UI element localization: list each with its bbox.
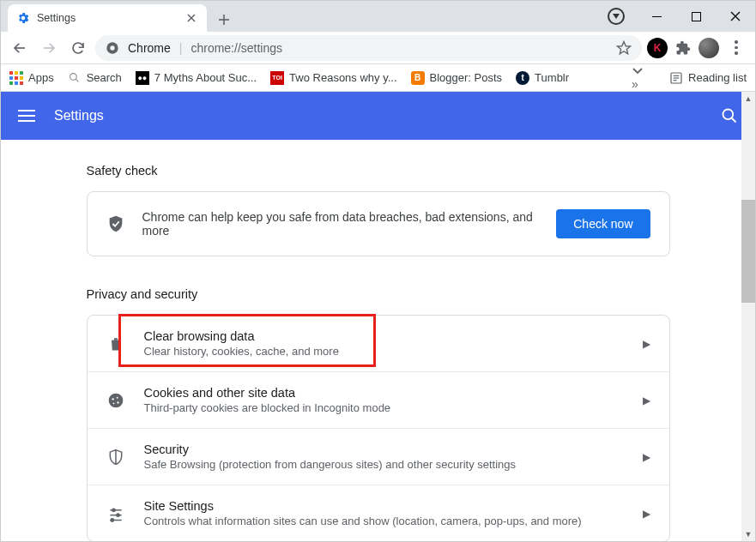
- content-scroll[interactable]: Safety check Chrome can help keep you sa…: [1, 140, 755, 541]
- gear-icon: [16, 11, 30, 25]
- trash-icon: [106, 335, 125, 352]
- security-row[interactable]: Security Safe Browsing (protection from …: [88, 428, 669, 485]
- svg-point-13: [70, 74, 77, 81]
- svg-point-29: [116, 514, 118, 516]
- svg-line-20: [732, 118, 736, 123]
- svg-point-25: [112, 402, 114, 404]
- bookmark-label: 7 Myths About Suc...: [154, 71, 257, 84]
- reading-list-button[interactable]: Reading list: [669, 71, 747, 85]
- content-area: Safety check Chrome can help keep you sa…: [1, 140, 755, 541]
- safety-check-text: Chrome can help keep you safe from data …: [142, 210, 540, 238]
- bookmarks-overflow-button[interactable]: »: [632, 65, 644, 91]
- row-subtitle: Controls what information sites can use …: [144, 515, 624, 527]
- scroll-thumb[interactable]: [741, 200, 755, 303]
- profile-avatar[interactable]: [699, 38, 719, 58]
- tab-title: Settings: [37, 12, 76, 24]
- page-scrollbar[interactable]: ▲ ▼: [741, 92, 755, 541]
- shield-check-icon: [106, 214, 125, 233]
- new-tab-button[interactable]: [212, 8, 236, 32]
- minimize-button[interactable]: [637, 1, 676, 32]
- settings-title: Settings: [54, 108, 104, 123]
- window-controls: [608, 1, 755, 32]
- shield-icon: [106, 449, 125, 466]
- blogger-icon: B: [411, 71, 425, 85]
- svg-point-23: [116, 396, 118, 398]
- reading-list-label: Reading list: [688, 71, 747, 84]
- extensions-icon[interactable]: [673, 38, 693, 58]
- toi-icon: TOI: [270, 71, 284, 85]
- svg-point-22: [112, 398, 113, 400]
- privacy-card: Clear browsing data Clear history, cooki…: [87, 315, 670, 541]
- apps-icon: [9, 71, 23, 85]
- svg-point-27: [112, 509, 114, 511]
- bookmark-item[interactable]: t Tumblr: [516, 71, 569, 85]
- chevron-right-icon: ▶: [643, 508, 650, 520]
- browser-toolbar: Chrome | chrome://settings K: [1, 32, 755, 64]
- row-subtitle: Safe Browsing (protection from dangerous…: [144, 458, 624, 471]
- search-icon: [68, 71, 82, 85]
- row-title: Clear browsing data: [144, 329, 624, 343]
- apps-label: Apps: [28, 71, 54, 84]
- svg-point-19: [723, 110, 734, 120]
- chevron-right-icon: ▶: [643, 394, 650, 406]
- medium-icon: ●●: [136, 71, 149, 85]
- bookmark-item[interactable]: Search: [68, 71, 122, 85]
- safety-check-heading: Safety check: [87, 164, 670, 178]
- browser-tab[interactable]: Settings: [8, 4, 207, 32]
- forward-button[interactable]: [37, 36, 61, 60]
- row-title: Cookies and other site data: [144, 386, 624, 400]
- svg-point-21: [108, 393, 123, 407]
- cookie-icon: [106, 392, 125, 409]
- bookmark-label: Tumblr: [535, 71, 569, 84]
- row-subtitle: Third-party cookies are blocked in Incog…: [144, 401, 624, 414]
- bookmark-label: Search: [87, 71, 122, 84]
- row-title: Site Settings: [144, 499, 624, 513]
- window-titlebar: Settings: [1, 1, 755, 32]
- svg-point-11: [110, 45, 114, 50]
- menu-button[interactable]: [18, 110, 35, 122]
- settings-header: Settings: [1, 92, 755, 140]
- cookies-row[interactable]: Cookies and other site data Third-party …: [88, 371, 669, 428]
- sliders-icon: [106, 505, 125, 522]
- url-host: Chrome: [128, 41, 171, 55]
- svg-line-14: [76, 79, 78, 81]
- url-path: chrome://settings: [191, 41, 282, 55]
- address-bar[interactable]: Chrome | chrome://settings: [95, 35, 642, 61]
- bookmark-label: Two Reasons why y...: [289, 71, 396, 84]
- row-subtitle: Clear history, cookies, cache, and more: [144, 345, 624, 358]
- back-button[interactable]: [8, 36, 32, 60]
- clear-browsing-data-row[interactable]: Clear browsing data Clear history, cooki…: [88, 316, 669, 371]
- site-info-icon[interactable]: [106, 41, 119, 55]
- search-settings-button[interactable]: [721, 107, 738, 124]
- incognito-indicator-icon[interactable]: [608, 8, 625, 25]
- bookmark-star-icon[interactable]: [616, 40, 632, 56]
- reading-list-icon: [669, 71, 683, 85]
- svg-point-24: [117, 401, 118, 403]
- maximize-button[interactable]: [676, 1, 716, 32]
- extension-k-icon[interactable]: K: [647, 38, 668, 58]
- close-window-button[interactable]: [716, 1, 755, 32]
- close-tab-button[interactable]: [184, 11, 198, 25]
- reload-button[interactable]: [66, 36, 90, 60]
- chevron-right-icon: ▶: [643, 338, 650, 350]
- bookmark-item[interactable]: ●● 7 Myths About Suc...: [136, 71, 257, 85]
- check-now-button[interactable]: Check now: [556, 209, 650, 238]
- bookmark-item[interactable]: TOI Two Reasons why y...: [270, 71, 396, 85]
- privacy-heading: Privacy and security: [87, 287, 670, 301]
- svg-point-31: [111, 518, 113, 521]
- safety-check-card: Chrome can help keep you safe from data …: [87, 191, 670, 256]
- chrome-menu-button[interactable]: [724, 36, 748, 60]
- bookmark-label: Blogger: Posts: [430, 71, 503, 84]
- svg-marker-12: [618, 41, 631, 53]
- site-settings-row[interactable]: Site Settings Controls what information …: [88, 485, 669, 541]
- row-title: Security: [144, 443, 624, 456]
- scroll-down-icon[interactable]: ▼: [745, 527, 753, 541]
- scroll-up-icon[interactable]: ▲: [745, 92, 753, 105]
- tumblr-icon: t: [516, 71, 529, 85]
- bookmark-item[interactable]: B Blogger: Posts: [411, 71, 503, 85]
- svg-rect-5: [692, 12, 700, 21]
- bookmarks-bar: Apps Search ●● 7 Myths About Suc... TOI …: [1, 64, 755, 92]
- chevron-right-icon: ▶: [643, 451, 650, 463]
- apps-shortcut[interactable]: Apps: [9, 71, 54, 85]
